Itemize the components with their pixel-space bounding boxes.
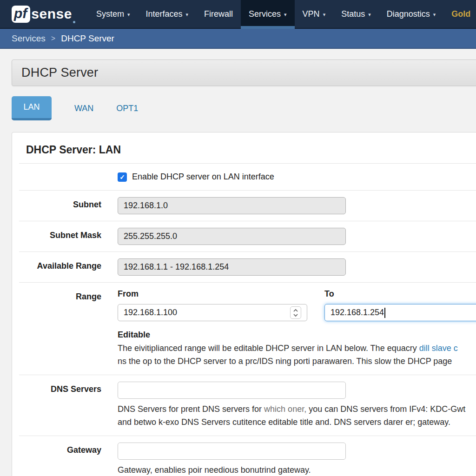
- breadcrumb: Services > DHCP Server: [0, 29, 476, 49]
- pfsense-logo[interactable]: pf sense: [0, 0, 88, 28]
- nav-item-system[interactable]: System ▾: [88, 0, 138, 28]
- range-label: Range: [12, 289, 101, 368]
- nav-item-interfaces[interactable]: Interfaces ▾: [138, 0, 196, 28]
- subnet-mask-input[interactable]: [118, 228, 346, 245]
- editable-title: Editable: [118, 330, 476, 340]
- pfsense-logo-sense: sense: [31, 6, 72, 22]
- gateway-label: Gateway: [12, 443, 101, 476]
- nav-item-diagnostics[interactable]: Diagnostics ▾: [379, 0, 444, 28]
- nav-item-gold[interactable]: Gold: [443, 0, 476, 28]
- dhcp-server-panel: DHCP Server: LAN ✓ Enable DHCP server on…: [12, 132, 476, 476]
- enable-dhcp-row: ✓ Enable DHCP server on LAN interface: [12, 164, 476, 190]
- subnet-row: Subnet: [12, 191, 476, 221]
- range-from-input[interactable]: 192.168.1.100: [118, 304, 307, 321]
- chevron-down-icon: ▾: [186, 12, 189, 18]
- chevron-down-icon: ▾: [323, 12, 326, 18]
- available-range-label: Available Range: [12, 258, 101, 276]
- breadcrumb-separator: >: [51, 34, 55, 43]
- range-help-link[interactable]: dill slave c: [419, 344, 458, 353]
- chevron-down-icon: ▾: [284, 12, 287, 18]
- range-from-label: From: [118, 289, 307, 299]
- range-from-group: From 192.168.1.100: [118, 289, 307, 321]
- pfsense-logo-dot: [73, 21, 75, 23]
- subnet-mask-label: Subnet Mask: [12, 228, 101, 245]
- dns-help-line1: DNS Servers for prent DNS servers for wh…: [118, 403, 476, 416]
- tab-opt1[interactable]: OPT1: [116, 104, 138, 113]
- nav-item-vpn[interactable]: VPN ▾: [295, 0, 334, 28]
- chevron-down-icon: ▾: [368, 12, 371, 18]
- chevron-down-icon: ▾: [433, 12, 436, 18]
- subnet-input[interactable]: [118, 197, 346, 214]
- pfsense-logo-pf: pf: [12, 6, 30, 23]
- gateway-input[interactable]: [118, 443, 346, 460]
- page-title: DHCP Server: [21, 66, 98, 80]
- enable-dhcp-label: Enable DHCP server on LAN interface: [132, 172, 274, 182]
- chevron-down-icon: ▾: [127, 12, 130, 18]
- range-to-input[interactable]: 192.168.1.254: [324, 304, 476, 321]
- range-help-line2: ns the op to the DHCP server to a prc/ID…: [118, 355, 476, 368]
- top-navbar: pf sense System ▾ Interfaces ▾ Firewall …: [0, 0, 476, 29]
- subnet-label: Subnet: [12, 197, 101, 214]
- text-cursor: [384, 308, 385, 318]
- subnet-mask-row: Subnet Mask: [12, 221, 476, 251]
- range-to-group: To 192.168.1.254: [324, 289, 476, 321]
- breadcrumb-page: DHCP Server: [61, 33, 114, 44]
- panel-heading: DHCP Server: LAN: [12, 132, 476, 163]
- page-title-bar: DHCP Server: [12, 60, 476, 86]
- enable-dhcp-checkbox[interactable]: ✓: [118, 172, 127, 182]
- dns-servers-input[interactable]: [118, 382, 346, 399]
- dns-servers-row: DNS Servers DNS Servers for prent DNS se…: [12, 375, 476, 436]
- available-range-row: Available Range: [12, 252, 476, 282]
- range-row: Range From 192.168.1.100: [12, 283, 476, 375]
- range-to-label: To: [324, 289, 476, 299]
- range-help: Editable The eivitiplianced range will b…: [118, 330, 476, 368]
- interface-tabs: LAN WAN OPT1: [12, 96, 476, 120]
- nav-item-firewall[interactable]: Firewall: [196, 0, 241, 28]
- gateway-help: Gateway, enablies poir needious bonutrin…: [118, 464, 476, 476]
- tab-lan[interactable]: LAN: [12, 96, 52, 120]
- dns-help-line2: and betwo k-exo DNS Servers cutitence ed…: [118, 416, 476, 429]
- nav-item-services[interactable]: Services ▾: [241, 0, 295, 28]
- gateway-row: Gateway Gateway, enablies poir needious …: [12, 436, 476, 476]
- nav-item-status[interactable]: Status ▾: [333, 0, 379, 28]
- main-menu: System ▾ Interfaces ▾ Firewall Services …: [88, 0, 476, 28]
- tab-wan[interactable]: WAN: [74, 104, 93, 113]
- breadcrumb-section[interactable]: Services: [12, 33, 46, 44]
- number-stepper-icon[interactable]: [290, 306, 301, 319]
- dns-servers-label: DNS Servers: [12, 382, 101, 429]
- range-help-line1: The eivitiplianced range will be editabl…: [118, 342, 476, 355]
- available-range-input[interactable]: [118, 258, 346, 276]
